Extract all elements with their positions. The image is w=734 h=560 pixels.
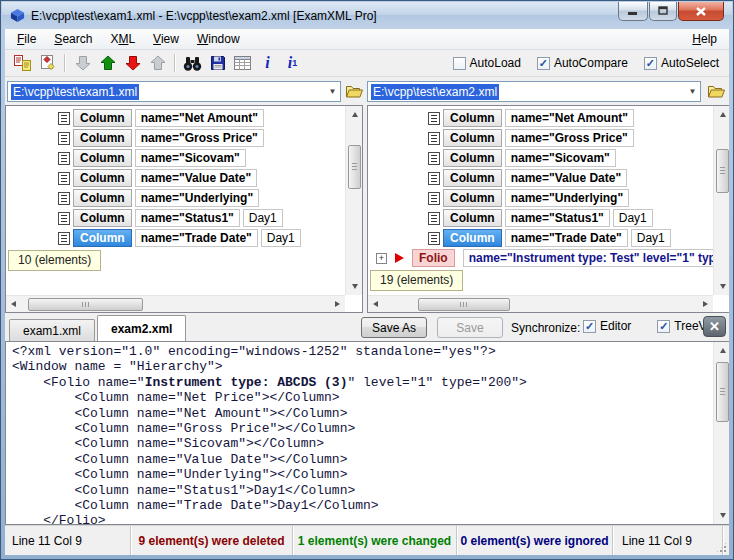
scroll-up-arrow-icon[interactable] (347, 107, 362, 122)
close-editor-button[interactable]: ✕ (703, 316, 726, 337)
node-tag[interactable]: Column (443, 149, 502, 167)
scroll-up-arrow-icon[interactable] (715, 107, 729, 122)
scrollbar-thumb[interactable] (28, 298, 143, 311)
right-vertical-scrollbar[interactable] (713, 106, 729, 295)
node-attributes: name="Underlying" (135, 189, 259, 207)
toolbar-autoselect-checkbox[interactable]: ✓AutoSelect (644, 56, 719, 70)
right-file-path-combobox[interactable]: E:\vcpp\test\exam2.xml ▼ (367, 81, 701, 102)
left-vertical-scrollbar[interactable] (345, 106, 362, 295)
left-horizontal-scrollbar[interactable] (6, 295, 345, 312)
node-tag[interactable]: Column (73, 169, 132, 187)
node-tag[interactable]: Column (73, 189, 132, 207)
node-tag[interactable]: Column (443, 129, 502, 147)
node-tag[interactable]: Column (443, 229, 502, 247)
sync-editor-checkbox[interactable]: ✓Editor (583, 319, 631, 333)
compare-documents-button[interactable] (10, 52, 35, 74)
title-bar[interactable]: E:\vcpp\test\exam1.xml - E:\vcpp\test\ex… (2, 2, 732, 29)
checkbox-box[interactable]: ✓ (583, 320, 596, 333)
node-tag[interactable]: Column (73, 209, 132, 227)
expand-plus-icon[interactable]: + (376, 253, 387, 264)
scroll-right-arrow-icon[interactable] (697, 297, 712, 312)
chevron-down-icon[interactable]: ▼ (325, 87, 340, 96)
code-line: <Column name="Sicovam"></Column> (12, 436, 710, 451)
find-binoculars-icon[interactable] (180, 52, 205, 74)
window-title: E:\vcpp\test\exam1.xml - E:\vcpp\test\ex… (31, 9, 377, 23)
minimize-button[interactable] (618, 2, 648, 21)
right-horizontal-scrollbar[interactable] (368, 295, 713, 312)
node-tag[interactable]: Column (73, 109, 132, 127)
tree-node[interactable]: Columnname="Net Amount" (428, 108, 634, 128)
report-table-icon[interactable] (230, 52, 255, 74)
node-tag[interactable]: Folio (412, 249, 455, 267)
node-tag[interactable]: Column (443, 209, 502, 227)
tree-node[interactable]: Columnname="Net Amount" (58, 108, 264, 128)
tree-node[interactable]: Columnname="Status1"Day1 (428, 208, 653, 228)
menu-item-file[interactable]: File (8, 30, 45, 48)
right-open-folder-button[interactable] (705, 82, 727, 101)
tree-node[interactable]: Columnname="Underlying" (58, 188, 259, 208)
node-tag[interactable]: Column (73, 129, 132, 147)
scroll-up-arrow-icon[interactable] (715, 343, 729, 358)
left-file-path-combobox[interactable]: E:\vcpp\test\exam1.xml ▼ (7, 81, 341, 102)
toolbar-autocompare-checkbox[interactable]: ✓AutoCompare (537, 56, 628, 70)
menu-item-search[interactable]: Search (45, 30, 101, 48)
menu-item-view[interactable]: View (144, 30, 188, 48)
tab-exam1-xml[interactable]: exam1.xml (9, 319, 95, 341)
right-tree-pane[interactable]: Columnname="Net Amount"Columnname="Gross… (367, 105, 729, 313)
checkbox-box[interactable] (453, 57, 466, 70)
checkbox-box[interactable]: ✓ (537, 57, 550, 70)
scrollbar-thumb[interactable] (418, 298, 510, 311)
scrollbar-thumb[interactable] (716, 362, 729, 422)
chevron-down-icon[interactable]: ▼ (685, 87, 700, 96)
left-open-folder-button[interactable] (343, 82, 365, 101)
tree-node[interactable]: Columnname="Trade Date"Day1 (428, 228, 671, 248)
code-line: <?xml version="1.0" encoding="windows-12… (12, 344, 710, 359)
xml-source-code[interactable]: <?xml version="1.0" encoding="windows-12… (12, 344, 710, 525)
move-down-disabled-arrow-icon[interactable] (70, 52, 95, 74)
tree-node[interactable]: Columnname="Value Date" (58, 168, 257, 188)
save-as-button[interactable]: Save As (361, 317, 427, 338)
save-floppy-icon[interactable] (205, 52, 230, 74)
checkbox-box[interactable]: ✓ (657, 320, 670, 333)
scroll-right-arrow-icon[interactable] (329, 297, 344, 312)
element-document-icon (428, 172, 440, 185)
tree-node[interactable]: Columnname="Gross Price" (58, 128, 264, 148)
scroll-left-arrow-icon[interactable] (369, 297, 384, 312)
node-tag[interactable]: Column (443, 169, 502, 187)
tree-node[interactable]: Columnname="Trade Date"Day1 (58, 228, 301, 248)
previous-difference-up-arrow-icon[interactable] (95, 52, 120, 74)
left-tree-pane[interactable]: Columnname="Net Amount"Columnname="Gross… (5, 105, 363, 313)
menu-item-help[interactable]: Help (683, 30, 726, 48)
close-button[interactable] (678, 2, 724, 21)
node-tag[interactable]: Column (443, 189, 502, 207)
scroll-down-arrow-icon[interactable] (715, 508, 729, 523)
move-up-disabled-arrow-icon[interactable] (145, 52, 170, 74)
tree-node[interactable]: Columnname="Value Date" (428, 168, 627, 188)
scrollbar-thumb[interactable] (348, 145, 361, 189)
tree-node[interactable]: Columnname="Sicovam" (58, 148, 246, 168)
info-extended-icon[interactable]: i1 (280, 52, 305, 74)
scrollbar-thumb[interactable] (716, 149, 729, 193)
editor-vertical-scrollbar[interactable] (713, 342, 729, 524)
next-difference-down-arrow-icon[interactable] (120, 52, 145, 74)
menu-item-window[interactable]: Window (188, 30, 249, 48)
info-icon[interactable]: i (255, 52, 280, 74)
tree-node[interactable]: Columnname="Status1"Day1 (58, 208, 283, 228)
tree-node[interactable]: Columnname="Sicovam" (428, 148, 616, 168)
node-tag[interactable]: Column (73, 149, 132, 167)
scroll-down-arrow-icon[interactable] (347, 279, 362, 294)
node-tag[interactable]: Column (73, 229, 132, 247)
toolbar-autoload-checkbox[interactable]: AutoLoad (453, 56, 521, 70)
tree-node[interactable]: +Folioname="Instrument type: Test" level… (376, 248, 729, 268)
tree-node[interactable]: Columnname="Underlying" (428, 188, 629, 208)
checkbox-box[interactable]: ✓ (644, 57, 657, 70)
menu-item-xml[interactable]: XML (101, 30, 144, 48)
compare-selected-button[interactable] (35, 52, 60, 74)
node-tag[interactable]: Column (443, 109, 502, 127)
xml-source-editor[interactable]: <?xml version="1.0" encoding="windows-12… (5, 341, 729, 525)
tab-exam2-xml[interactable]: exam2.xml (97, 315, 186, 341)
scroll-left-arrow-icon[interactable] (7, 297, 22, 312)
tree-node[interactable]: Columnname="Gross Price" (428, 128, 634, 148)
maximize-button[interactable] (649, 2, 677, 21)
scroll-down-arrow-icon[interactable] (715, 279, 729, 294)
